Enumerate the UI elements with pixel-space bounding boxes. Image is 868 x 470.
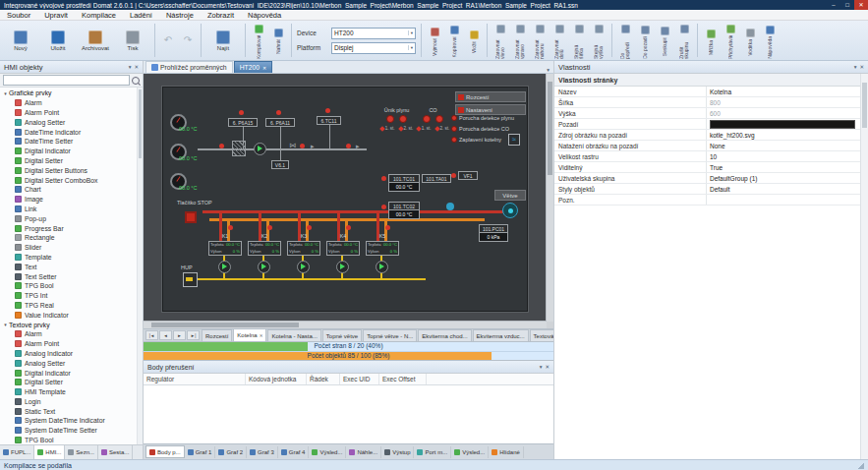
tree-item[interactable]: Alarm [0,98,143,108]
page-tab[interactable]: Kotelna ✕ [233,328,266,341]
tree-item[interactable]: TPG Real [0,301,143,311]
tree-item[interactable]: Alarm Point [0,108,143,118]
ribbon-tool-button[interactable]: Vyjmout [425,25,444,56]
bottom-panel-tab[interactable]: Graf 1 [185,446,216,458]
page-tab[interactable]: Ekviterma chod... ✕ [418,329,471,341]
tree-item[interactable]: System DateTime Indicator [0,416,143,426]
tree-item[interactable]: Rectangle [0,233,143,243]
ribbon-tool-button[interactable]: Vložit [464,28,484,53]
left-panel-tab[interactable]: Sesta... [98,445,133,459]
menu-item[interactable]: Nápověda [241,10,288,21]
tree-item[interactable]: TPG Int [0,291,143,301]
page-tab[interactable]: Topné větve ✕ [322,329,362,341]
property-row[interactable]: Pozn. [554,195,868,206]
panel-close-icon[interactable]: ✕ [134,64,139,70]
property-value[interactable]: Kotelna [707,87,860,96]
left-panel-tab[interactable]: HMI... [34,445,65,459]
property-row[interactable]: Název Kotelna [554,87,868,97]
canvas-horizontal-scrollbar[interactable] [144,321,547,328]
tree-item[interactable]: Digital Indicator [0,368,143,378]
search-input[interactable] [3,75,130,86]
tree-item[interactable]: Link [0,205,143,214]
tree-item[interactable]: Digital Indicator [0,147,143,156]
bottom-panel-tab[interactable]: Graf 4 [278,446,310,458]
expander-icon[interactable]: ▾ [2,90,9,96]
tree-item[interactable]: Progress Bar [0,223,143,233]
ribbon-tool-button[interactable]: Mřížka [701,27,721,55]
ribbon-tool-button[interactable]: Do popředí [615,22,635,59]
ribbon-tool-button[interactable]: Přichytávání [721,22,740,59]
ribbon-tool-button[interactable]: Nápověda [760,23,780,59]
ribbon-tool-button[interactable]: Zarovnat nahoru [530,22,550,59]
design-canvas[interactable]: ⋈ ▸ ▸ Tlačítko STOP HUP Větve ≈ Rozcestí… [144,74,553,328]
tree-item[interactable]: DateTime Indicator [0,127,143,137]
page-nav-button[interactable]: ► [173,330,186,340]
tree-item[interactable]: Analog Setter [0,117,143,127]
page-tab[interactable]: Kotelna - Nasta... ✕ [267,329,320,341]
ribbon-tool-button[interactable]: Kopírovat [444,23,464,57]
bottom-panel-tab[interactable]: Port m... [414,446,451,458]
panel-menu-icon[interactable]: ▾ [129,64,132,70]
expander-icon[interactable]: ▾ [2,322,9,327]
properties-scrollbar[interactable] [860,74,868,459]
property-row[interactable]: Natažení obrázku na pozadí None [554,141,868,151]
bottom-panel-tab[interactable]: Výstup [381,446,414,458]
ribbon-button[interactable]: Tisk [114,30,151,51]
ribbon-button[interactable]: Archivovat [77,30,114,51]
table-column-header[interactable]: Exec Offset [379,374,427,384]
ribbon-tool-button[interactable]: Zarovnat dolů [550,22,569,59]
ribbon-tool-button[interactable]: Seskupit [655,24,674,56]
ribbon-tool-button[interactable]: Stejná výška [589,22,608,59]
scada-nav-button[interactable]: Nastavení [455,104,526,115]
tree-item[interactable]: Static Text [0,406,143,416]
property-value[interactable]: None [707,141,860,150]
menu-item[interactable]: Upravit [37,10,75,21]
tree-group-text[interactable]: ▾ Textové prvky [0,320,143,329]
ribbon-tool-button[interactable]: Stejná šířka [569,22,589,59]
bottom-panel-tab[interactable]: Výsled... [451,446,489,458]
page-tab[interactable]: Rozcestí ✕ [202,329,232,341]
property-value[interactable]: 10 [707,151,860,161]
document-tab[interactable]: Prohlížeč proměnných ✕ [145,61,233,73]
tree-item[interactable]: TPG Bool [0,436,143,444]
tree-item[interactable]: Pop-up [0,213,143,223]
undo-redo-icon[interactable]: ↷ [178,22,198,59]
property-row[interactable]: Viditelný True [554,162,868,173]
bottom-panel-tab[interactable]: Graf 3 [247,446,278,458]
tree-item[interactable]: Login [0,397,143,407]
tab-close-icon[interactable]: ✕ [262,65,266,71]
platform-select[interactable]: Displej ▾ [331,42,416,54]
tree-item[interactable]: Digital Setter [0,156,143,166]
bottom-panel-tab[interactable]: Výsled... [309,446,346,458]
ribbon-button[interactable]: Uložit [39,30,77,51]
vetve-button[interactable]: Větve [494,190,526,201]
tree-item[interactable]: Analog Setter [0,358,143,368]
menu-item[interactable]: Ladění [123,10,159,21]
ribbon-tool-button[interactable]: Zarovnat vpravo [510,22,530,59]
device-select[interactable]: HT200 ▾ [331,28,416,39]
property-row[interactable]: Pozadí [554,119,868,130]
tree-item[interactable]: System DateTime Setter [0,426,143,436]
tab-close-icon[interactable]: ✕ [260,333,263,338]
tree-item[interactable]: Text [0,262,143,271]
left-panel-tab[interactable]: FUPL... [0,445,34,459]
table-column-header[interactable]: Exec UID [340,374,379,384]
tree-item[interactable]: Digital Setter Buttons [0,165,143,175]
tree-item[interactable]: Digital Setter ComboBox [0,175,143,185]
property-row[interactable]: Styly objektů Default [554,184,868,195]
tree-item[interactable]: Chart [0,185,143,195]
menu-item[interactable]: Kompilace [75,10,123,21]
property-value[interactable]: kotle_ht200.svg [707,130,860,140]
menu-item[interactable]: Zobrazit [201,10,241,21]
tree-item[interactable]: Template [0,253,143,263]
tree-item[interactable]: Image [0,195,143,205]
ribbon-tool-button[interactable]: Zarovnat vlevo [491,22,510,59]
maximize-button[interactable]: □ [840,0,854,10]
property-value[interactable]: True [707,162,860,172]
document-tab[interactable]: HT200 ✕ [234,61,273,73]
property-row[interactable]: Uživatelská skupina DefaultGroup (1) [554,173,868,184]
page-nav-button[interactable]: ►| [187,330,200,340]
menu-item[interactable]: Soubor [0,10,37,21]
page-nav-button[interactable]: |◄ [145,330,158,340]
emergency-stop-button[interactable] [185,211,197,223]
